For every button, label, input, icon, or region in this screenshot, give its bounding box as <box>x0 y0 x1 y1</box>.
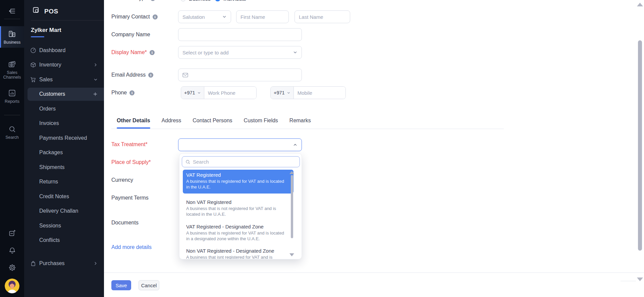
dropdown-scroll-up-icon[interactable] <box>289 171 294 174</box>
info-icon[interactable]: i <box>150 50 155 55</box>
company-name-input[interactable] <box>178 29 302 41</box>
rail-item-search[interactable]: Search <box>0 125 24 140</box>
option-non-vat-registered[interactable]: Non VAT Registered A business that is no… <box>183 197 293 220</box>
email-input[interactable] <box>189 69 302 81</box>
rail-item-label: Search <box>0 135 24 140</box>
option-non-vat-registered-designated-zone[interactable]: Non VAT Registered - Designated Zone A b… <box>183 246 293 259</box>
rail-divider-top <box>4 19 20 19</box>
search-icon <box>185 159 191 165</box>
info-icon[interactable]: i <box>153 14 158 19</box>
info-icon[interactable]: i <box>150 0 155 1</box>
display-name-label: Display Name* <box>111 49 147 55</box>
save-button[interactable]: Save <box>111 280 131 290</box>
tabs-divider <box>111 129 504 129</box>
option-vat-registered[interactable]: VAT Registered A business that is regist… <box>183 170 293 194</box>
tab-remarks[interactable]: Remarks <box>289 118 311 128</box>
settings-gear-icon[interactable] <box>0 263 24 272</box>
tab-address[interactable]: Address <box>162 118 181 128</box>
sidebar-item-credit-notes[interactable]: Credit Notes <box>24 189 104 204</box>
sidebar-item-sessions[interactable]: Sessions <box>24 218 104 233</box>
email-field-box <box>178 69 302 81</box>
dropdown-search-input[interactable] <box>193 159 297 165</box>
rail-item-reports[interactable]: Reports <box>0 89 24 104</box>
rail-item-sales-channels[interactable]: Sales Channels <box>0 60 24 80</box>
sidebar-item-label: Dashboard <box>39 47 65 53</box>
primary-contact-label-wrap: Primary Contact i <box>111 14 158 20</box>
documents-label: Documents <box>111 220 139 226</box>
cancel-button[interactable]: Cancel <box>139 280 159 290</box>
chevron-right-icon <box>93 62 98 67</box>
page-scrollbar-thumb[interactable] <box>638 40 642 251</box>
customer-type-business-label[interactable]: Business <box>189 0 211 2</box>
dropdown-scroll-down-icon[interactable] <box>289 253 294 256</box>
display-name-select[interactable]: Select or type to add <box>178 46 302 59</box>
info-icon[interactable]: i <box>129 90 135 95</box>
sidebar-item-payments-received[interactable]: Payments Received <box>24 131 104 145</box>
chevron-down-icon <box>293 50 298 55</box>
primary-contact-label: Primary Contact <box>111 14 150 20</box>
user-avatar[interactable] <box>5 279 19 293</box>
page-scroll-up-icon[interactable] <box>637 3 643 6</box>
add-more-details-link[interactable]: Add more details <box>111 244 152 250</box>
envelope-icon <box>178 72 189 78</box>
sidebar-item-label: Credit Notes <box>39 194 69 200</box>
info-icon[interactable]: i <box>148 73 153 78</box>
currency-label: Currency <box>111 177 133 183</box>
rail-item-business[interactable]: Business <box>0 30 24 45</box>
option-title: VAT Registered <box>186 172 290 178</box>
customer-type-business-radio[interactable] <box>180 0 186 1</box>
sidebar-item-purchases[interactable]: Purchases <box>24 256 104 271</box>
sidebar-item-packages[interactable]: Packages <box>24 145 104 160</box>
work-phone-country-code-select[interactable]: +971 <box>181 87 204 99</box>
display-name-placeholder: Select or type to add <box>182 50 229 55</box>
page-scroll-down-icon[interactable] <box>637 278 643 281</box>
sidebar-item-shipments[interactable]: Shipments <box>24 160 104 175</box>
customer-type-individual-radio[interactable] <box>215 0 220 1</box>
display-name-label-wrap: Display Name* i <box>111 49 155 55</box>
notifications-bell-icon[interactable] <box>0 246 24 255</box>
app-name: POS <box>44 8 58 15</box>
sidebar-item-invoices[interactable]: Invoices <box>24 116 104 131</box>
sales-cart-icon <box>30 77 36 83</box>
chevron-down-icon <box>197 91 201 95</box>
dropdown-scrollbar-thumb[interactable] <box>291 175 293 238</box>
place-of-supply-label: Place of Supply* <box>111 159 151 165</box>
rail-item-label: Reports <box>0 99 24 104</box>
sidebar-divider <box>31 20 104 20</box>
mobile-input[interactable] <box>294 87 346 99</box>
sidebar-item-customers[interactable]: Customers <box>24 87 104 102</box>
collapse-sidebar-icon[interactable] <box>8 7 16 15</box>
sidebar-item-label: Sessions <box>39 223 61 229</box>
sidebar-item-sales[interactable]: Sales <box>24 72 104 87</box>
last-name-input[interactable] <box>295 11 350 23</box>
sidebar-item-returns[interactable]: Returns <box>24 175 104 189</box>
option-description: A business that is not registered for VA… <box>186 206 287 217</box>
sidebar-item-delivery-challan[interactable]: Delivery Challan <box>24 204 104 219</box>
sidebar-item-label: Payments Received <box>39 135 87 141</box>
email-label: Email Address <box>111 72 146 78</box>
first-name-field-box <box>236 10 289 23</box>
sidebar-item-orders[interactable]: Orders <box>24 101 104 116</box>
org-name[interactable]: Zylker Mart <box>31 27 61 34</box>
chevron-down-icon <box>287 91 290 95</box>
first-name-input[interactable] <box>236 11 288 23</box>
work-phone-input[interactable] <box>204 87 257 99</box>
tab-custom-fields[interactable]: Custom Fields <box>244 118 278 128</box>
tab-contact-persons[interactable]: Contact Persons <box>193 118 232 128</box>
work-phone-group: +971 <box>181 86 257 99</box>
add-customer-plus-icon[interactable] <box>93 91 98 97</box>
option-vat-registered-designated-zone[interactable]: VAT Registered - Designated Zone A busin… <box>183 221 293 244</box>
customer-type-individual-label[interactable]: Individual <box>223 0 246 2</box>
tab-other-details[interactable]: Other Details <box>117 118 150 128</box>
tax-treatment-select[interactable] <box>178 138 302 151</box>
sidebar-item-conflicts[interactable]: Conflicts <box>24 233 104 248</box>
sidebar-item-inventory[interactable]: Inventory <box>24 58 104 73</box>
register-add-icon[interactable] <box>0 229 24 237</box>
app-brand: POS <box>32 6 58 16</box>
salutation-select[interactable]: Salutation <box>178 10 231 23</box>
org-underline <box>31 36 44 37</box>
sidebar-item-dashboard[interactable]: Dashboard <box>24 43 104 58</box>
purchases-bag-icon <box>30 260 36 266</box>
mobile-country-code-select[interactable]: +971 <box>271 87 294 99</box>
sidebar-item-label: Returns <box>39 179 58 185</box>
